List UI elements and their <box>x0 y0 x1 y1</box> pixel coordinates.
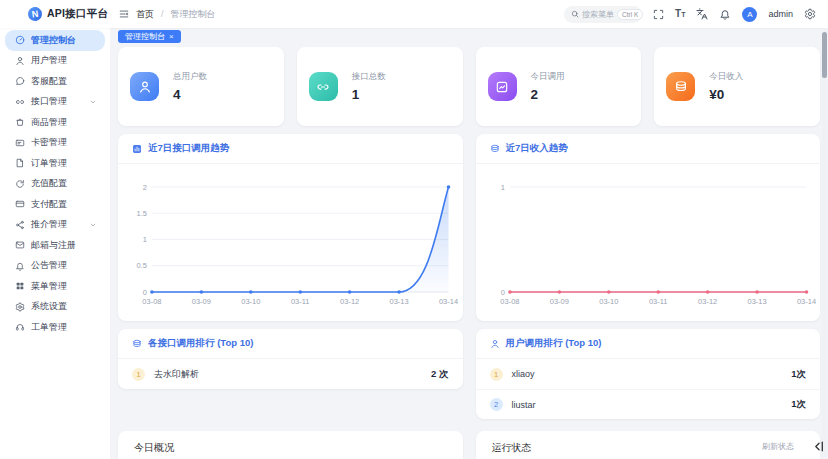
sidebar-item-bell[interactable]: 公告管理 <box>5 256 105 277</box>
user-icon <box>15 56 25 66</box>
stat-value: 2 <box>531 87 565 102</box>
stat-card-api: 接口总数1 <box>297 47 463 126</box>
today-overview-title: 今日概况 <box>134 441 174 455</box>
svg-text:03-13: 03-13 <box>747 297 766 306</box>
sidebar-item-order[interactable]: 订单管理 <box>5 153 105 174</box>
user-icon <box>138 80 152 94</box>
search-shortcut-badge: Ctrl K <box>617 9 643 20</box>
sidebar-item-chat[interactable]: 客服配置 <box>5 71 105 92</box>
stat-card-trend: 今日调用2 <box>476 47 642 126</box>
rankings-row: 各接口调用排行 (Top 10) 1去水印解析2 次 用户调用排行 (Top 1… <box>118 329 820 431</box>
chevron-down-icon <box>89 221 97 229</box>
share-icon <box>15 220 25 230</box>
sidebar-item-label: 商品管理 <box>31 116 105 129</box>
breadcrumb-home[interactable]: 首页 <box>136 8 154 21</box>
sidebar-item-headset[interactable]: 工单管理 <box>5 317 105 338</box>
dashboard-icon <box>15 35 25 45</box>
ranking-title: 各接口调用排行 (Top 10) <box>148 337 253 350</box>
font-size-icon[interactable]: TT <box>675 9 685 19</box>
rank-item-name: 去水印解析 <box>154 368 422 381</box>
search-input[interactable] <box>582 10 614 19</box>
tab-dashboard[interactable]: 管理控制台 × <box>118 30 181 43</box>
svg-text:0: 0 <box>500 288 504 297</box>
bar-chart-icon <box>132 144 142 154</box>
translate-icon[interactable] <box>696 8 708 20</box>
charts-row: 近7日接口调用趋势 00.511.5203-0803-0903-1003-110… <box>118 134 820 321</box>
sidebar-item-shop[interactable]: 商品管理 <box>5 112 105 133</box>
api-icon <box>15 97 25 107</box>
stats-row: 总用户数4接口总数1今日调用2今日收入¥0 <box>118 47 820 126</box>
sidebar-item-label: 客服配置 <box>31 75 105 88</box>
username-label[interactable]: admin <box>768 9 793 19</box>
sidebar-item-gear[interactable]: 系统设置 <box>5 297 105 318</box>
scrollbar-track[interactable] <box>822 30 827 457</box>
ranking-list-item: 1去水印解析2 次 <box>118 359 463 389</box>
rank-item-name: liustar <box>512 400 783 410</box>
sidebar-item-grid[interactable]: 菜单管理 <box>5 276 105 297</box>
api-ranking-card: 各接口调用排行 (Top 10) 1去水印解析2 次 <box>118 329 463 389</box>
top-header: N API接口平台 首页 / 管理控制台 Ctrl K TT A admin <box>0 0 828 28</box>
settings-gear-icon[interactable] <box>804 8 816 20</box>
user-ranking-card: 用户调用排行 (Top 10) 1xliaoy1次2liustar1次 <box>476 329 821 419</box>
sidebar-item-dashboard[interactable]: 管理控制台 <box>5 30 105 51</box>
stat-icon-badge <box>666 72 695 101</box>
svg-text:03-14: 03-14 <box>796 297 815 306</box>
svg-text:03-09: 03-09 <box>192 297 211 306</box>
svg-text:1: 1 <box>500 183 504 192</box>
rank-badge: 2 <box>490 398 503 411</box>
sidebar-item-pay[interactable]: 支付配置 <box>5 194 105 215</box>
income-trend-line-chart: 0103-0803-0903-1003-1103-1203-1303-14 <box>476 164 821 320</box>
search-box[interactable]: Ctrl K <box>564 6 642 23</box>
coins-icon <box>490 144 500 154</box>
app-brand: N API接口平台 <box>0 7 110 21</box>
tab-close-icon[interactable]: × <box>169 32 174 41</box>
api-icon <box>316 80 330 94</box>
sidebar-item-share[interactable]: 推介管理 <box>5 215 105 236</box>
svg-text:03-09: 03-09 <box>549 297 568 306</box>
order-icon <box>15 158 25 168</box>
tab-label: 管理控制台 <box>125 31 165 42</box>
api-trend-line-chart: 00.511.5203-0803-0903-1003-1103-1203-130… <box>118 164 463 320</box>
rank-item-count: 1次 <box>791 368 806 381</box>
notification-bell-icon[interactable] <box>719 8 731 20</box>
sidebar-item-mail[interactable]: 邮箱与注册 <box>5 235 105 256</box>
user-avatar[interactable]: A <box>742 7 757 22</box>
rank-item-name: xliaoy <box>512 369 783 379</box>
chart-title: 近7日收入趋势 <box>506 142 568 155</box>
sidebar-item-label: 管理控制台 <box>31 34 105 47</box>
sidebar-item-user[interactable]: 用户管理 <box>5 51 105 72</box>
svg-text:1.5: 1.5 <box>137 209 147 218</box>
refresh-status-button[interactable]: 刷新状态 <box>762 441 794 452</box>
grid-icon <box>15 281 25 291</box>
coins-icon <box>490 144 500 154</box>
mail-icon <box>15 240 25 250</box>
sidebar-item-label: 系统设置 <box>31 300 105 313</box>
collapse-panel-icon[interactable] <box>812 440 825 453</box>
menu-fold-icon[interactable] <box>119 9 129 19</box>
pay-icon <box>15 199 25 209</box>
svg-text:03-13: 03-13 <box>390 297 409 306</box>
run-status-title: 运行状态 <box>492 441 532 455</box>
search-icon <box>571 10 579 18</box>
sidebar-item-label: 支付配置 <box>31 198 105 211</box>
sidebar-item-card[interactable]: 卡密管理 <box>5 133 105 154</box>
sidebar-item-api[interactable]: 接口管理 <box>5 92 105 113</box>
stat-value: 4 <box>173 87 207 102</box>
stat-icon-badge <box>309 72 338 101</box>
scrollbar-thumb[interactable] <box>822 32 827 78</box>
fullscreen-icon[interactable] <box>653 9 664 20</box>
stat-card-coins: 今日收入¥0 <box>654 47 820 126</box>
header-actions: Ctrl K TT A admin <box>564 6 828 23</box>
ranking-title: 用户调用排行 (Top 10) <box>506 337 602 350</box>
sidebar-item-label: 菜单管理 <box>31 280 105 293</box>
coins-icon <box>674 80 688 94</box>
shop-icon <box>15 117 25 127</box>
sidebar-item-label: 推介管理 <box>31 218 83 231</box>
sidebar-item-recharge[interactable]: 充值配置 <box>5 174 105 195</box>
stat-label: 总用户数 <box>173 71 207 83</box>
sidebar: 管理控制台用户管理客服配置接口管理商品管理卡密管理订单管理充值配置支付配置推介管… <box>0 28 110 459</box>
run-status-card: 运行状态 刷新状态 <box>476 431 821 459</box>
svg-text:2: 2 <box>143 183 147 192</box>
svg-text:0: 0 <box>143 288 147 297</box>
chart-title: 近7日接口调用趋势 <box>148 142 229 155</box>
